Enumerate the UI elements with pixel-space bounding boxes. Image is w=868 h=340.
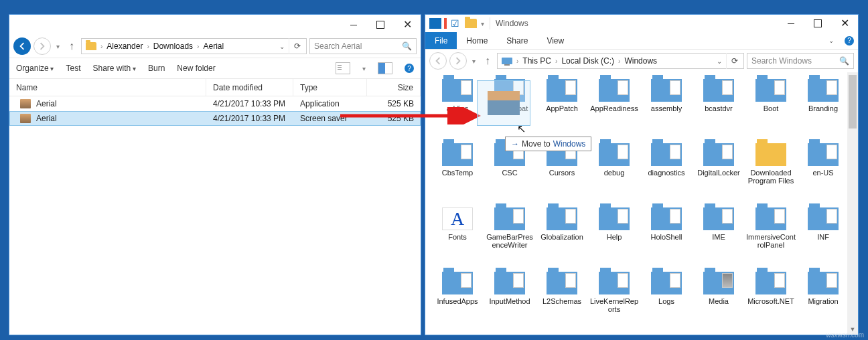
crumb-thispc[interactable]: This PC bbox=[520, 56, 554, 66]
folder-label: HoloShell bbox=[650, 233, 682, 241]
folder-icon bbox=[442, 143, 473, 166]
folder-item[interactable]: ImmersiveControlPanel bbox=[745, 206, 796, 265]
col-size[interactable]: Size bbox=[367, 79, 421, 96]
folder-item[interactable]: HoloShell bbox=[641, 206, 692, 265]
vertical-scrollbar[interactable]: ▲ ▼ bbox=[847, 72, 858, 335]
qat-dropdown[interactable]: ▾ bbox=[481, 20, 484, 27]
refresh-button[interactable]: ⟳ bbox=[726, 53, 742, 69]
folder-item[interactable]: GameBarPresenceWriter bbox=[484, 206, 535, 265]
address-bar[interactable]: › This PC › Local Disk (C:) › Windows ⌄ … bbox=[497, 53, 744, 69]
folder-item[interactable]: Boot bbox=[745, 78, 796, 137]
previewpane-button[interactable] bbox=[378, 62, 392, 74]
folder-item[interactable]: INF bbox=[798, 206, 849, 265]
folder-item[interactable]: Fonts bbox=[432, 206, 483, 265]
folder-item[interactable]: bcastdvr bbox=[693, 78, 744, 137]
pc-icon bbox=[502, 58, 512, 64]
help-button[interactable]: ? bbox=[405, 64, 414, 73]
col-type[interactable]: Type bbox=[293, 79, 367, 96]
nav-forward-button bbox=[449, 52, 467, 70]
folder-item[interactable]: en-US bbox=[798, 142, 849, 201]
folder-item[interactable]: DigitalLocker bbox=[693, 142, 744, 201]
file-size: 525 KB bbox=[367, 99, 421, 108]
folder-item[interactable]: CbsTemp bbox=[432, 142, 483, 201]
folder-item[interactable]: diagnostics bbox=[641, 142, 692, 201]
folder-label: diagnostics bbox=[648, 169, 684, 177]
folder-item[interactable]: AppPatch bbox=[536, 78, 587, 137]
folder-item[interactable]: AppReadiness bbox=[589, 78, 640, 137]
crumb-alexander[interactable]: Alexander bbox=[104, 41, 145, 51]
qat-newfolder-icon[interactable] bbox=[465, 19, 477, 28]
folder-item[interactable]: Globalization bbox=[536, 206, 587, 265]
chevron-icon: › bbox=[145, 43, 150, 50]
folder-label: Help bbox=[607, 233, 622, 241]
folder-label: GameBarPresenceWriter bbox=[485, 233, 534, 249]
maximize-button[interactable] bbox=[367, 17, 394, 33]
tab-share[interactable]: Share bbox=[497, 32, 537, 49]
organize-menu[interactable]: Organize bbox=[16, 64, 54, 73]
file-row[interactable]: Aerial4/21/2017 10:33 PMScreen saver525 … bbox=[9, 111, 421, 126]
close-button[interactable]: ✕ bbox=[831, 15, 858, 31]
folder-icon bbox=[651, 207, 682, 230]
folder-icon bbox=[755, 143, 786, 166]
address-dropdown[interactable]: ⌄ bbox=[275, 43, 289, 50]
address-bar[interactable]: › Alexander › Downloads › Aerial ⌄ ⟳ bbox=[81, 38, 307, 54]
folder-item[interactable]: Migration bbox=[798, 270, 849, 329]
nav-history-dropdown[interactable]: ▾ bbox=[54, 43, 62, 50]
search-input[interactable]: Search Aerial 🔍 bbox=[309, 38, 417, 54]
folder-item[interactable]: InputMethod bbox=[484, 270, 535, 329]
folder-label: assembly bbox=[651, 104, 682, 112]
folder-item[interactable]: assembly bbox=[641, 78, 692, 137]
help-button[interactable]: ? bbox=[845, 36, 854, 46]
crumb-windows[interactable]: Windows bbox=[622, 56, 660, 66]
burn-button[interactable]: Burn bbox=[148, 64, 165, 73]
explorer-window-source: ✕ ▾ ↑ › Alexander › Downloads › Aerial ⌄… bbox=[9, 14, 421, 335]
folder-item[interactable]: Help bbox=[589, 206, 640, 265]
qat-properties-icon[interactable]: ☑ bbox=[451, 18, 459, 29]
ribbon-toggle[interactable]: ⌄ bbox=[822, 32, 841, 49]
nav-up-button[interactable]: ↑ bbox=[65, 39, 78, 53]
view-options-button[interactable] bbox=[336, 62, 350, 74]
titlebar[interactable]: ✕ bbox=[9, 15, 421, 35]
test-button[interactable]: Test bbox=[66, 64, 80, 73]
crumb-downloads[interactable]: Downloads bbox=[151, 41, 196, 51]
view-options-dropdown[interactable]: ▾ bbox=[362, 65, 366, 72]
folder-item[interactable]: InfusedApps bbox=[432, 270, 483, 329]
minimize-button[interactable] bbox=[340, 17, 367, 33]
folder-item[interactable]: L2Schemas bbox=[536, 270, 587, 329]
maximize-button[interactable] bbox=[804, 15, 831, 31]
minimize-button[interactable] bbox=[778, 15, 804, 31]
folder-item[interactable]: LiveKernelReports bbox=[589, 270, 640, 329]
col-modified[interactable]: Date modified bbox=[206, 79, 293, 96]
folder-item[interactable]: Downloaded Program Files bbox=[745, 142, 796, 201]
folder-item[interactable]: debug bbox=[589, 142, 640, 201]
folder-item[interactable]: addins bbox=[432, 78, 483, 137]
tab-view[interactable]: View bbox=[537, 32, 573, 49]
titlebar[interactable]: ☑ ▾ Windows ✕ bbox=[425, 15, 858, 32]
folder-icon bbox=[651, 272, 682, 294]
chevron-icon: › bbox=[617, 58, 622, 65]
folder-item[interactable]: Branding bbox=[798, 78, 849, 137]
folder-label: AppPatch bbox=[546, 104, 578, 112]
folder-item[interactable]: Microsoft.NET bbox=[745, 270, 796, 329]
close-button[interactable]: ✕ bbox=[394, 17, 421, 33]
folder-icon bbox=[86, 42, 96, 50]
folder-item[interactable]: Logs bbox=[641, 270, 692, 329]
newfolder-button[interactable]: New folder bbox=[177, 64, 215, 73]
nav-history-dropdown[interactable]: ▾ bbox=[469, 58, 478, 65]
tab-file[interactable]: File bbox=[425, 32, 457, 49]
refresh-button[interactable]: ⟳ bbox=[289, 38, 305, 54]
search-input[interactable]: Search Windows 🔍 bbox=[747, 53, 854, 69]
share-menu[interactable]: Share with bbox=[93, 64, 136, 73]
nav-back-button[interactable] bbox=[13, 37, 31, 55]
scroll-thumb[interactable] bbox=[849, 75, 857, 129]
tab-home[interactable]: Home bbox=[457, 32, 497, 49]
col-name[interactable]: Name bbox=[9, 79, 206, 96]
nav-up-button[interactable]: ↑ bbox=[481, 54, 494, 68]
folder-item[interactable]: Media bbox=[693, 270, 744, 329]
file-row[interactable]: Aerial4/21/2017 10:33 PMApplication525 K… bbox=[9, 96, 421, 111]
folder-item[interactable]: IME bbox=[693, 206, 744, 265]
crumb-localdisk[interactable]: Local Disk (C:) bbox=[559, 56, 617, 66]
column-headers: Name Date modified Type Size bbox=[9, 79, 421, 96]
address-dropdown[interactable]: ⌄ bbox=[713, 58, 726, 65]
crumb-aerial[interactable]: Aerial bbox=[200, 41, 226, 51]
